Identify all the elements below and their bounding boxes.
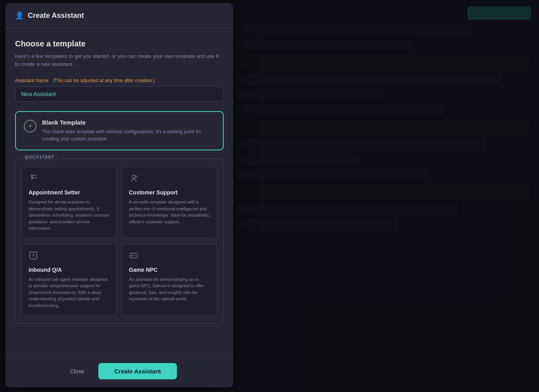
create-assistant-button[interactable]: Create Assistant bbox=[98, 363, 177, 379]
customer-support-title: Customer Support bbox=[129, 189, 210, 196]
inbound-qa-description: An inbound call agent example designed t… bbox=[29, 276, 110, 309]
svg-point-0 bbox=[31, 175, 33, 177]
assistant-name-hint: (This can be adjusted at any time after … bbox=[53, 78, 155, 83]
assistant-name-label-text: Assistant Name bbox=[15, 78, 48, 83]
svg-rect-7 bbox=[130, 253, 138, 258]
assistant-name-input[interactable] bbox=[15, 86, 224, 102]
create-assistant-modal: 👤 Create Assistant Choose a template Her… bbox=[6, 3, 233, 387]
quickstart-card-customer-support[interactable]: Customer Support A versatile template de… bbox=[122, 167, 217, 238]
svg-text:?: ? bbox=[32, 253, 35, 258]
game-npc-title: Game NPC bbox=[129, 267, 210, 273]
close-button[interactable]: Close bbox=[62, 364, 92, 379]
quickstart-card-appointment-setter[interactable]: Appointment Setter Designed for dental p… bbox=[22, 167, 117, 238]
customer-support-description: A versatile template designed with a per… bbox=[129, 199, 210, 225]
appointment-setter-description: Designed for dental practices to demonst… bbox=[29, 199, 110, 232]
customer-support-icon bbox=[129, 173, 210, 185]
svg-point-10 bbox=[135, 255, 136, 256]
svg-point-4 bbox=[132, 175, 135, 178]
game-npc-icon bbox=[129, 251, 210, 263]
inbound-qa-icon: ? bbox=[29, 251, 110, 263]
game-npc-description: An assistant for demonstrating an in-gam… bbox=[129, 276, 210, 302]
inbound-qa-title: Inbound Q/A bbox=[29, 267, 110, 273]
svg-point-2 bbox=[31, 177, 33, 179]
quickstart-grid: Appointment Setter Designed for dental p… bbox=[22, 167, 217, 315]
blank-template-title: Blank Template bbox=[42, 119, 215, 126]
blank-template-card[interactable]: + Blank Template This blank slate templa… bbox=[15, 111, 224, 150]
quickstart-card-inbound-qa[interactable]: ? Inbound Q/A An inbound call agent exam… bbox=[22, 244, 117, 316]
blank-template-content: Blank Template This blank slate template… bbox=[42, 119, 215, 142]
quickstart-label: QUICKSTART bbox=[21, 155, 58, 160]
choose-template-heading: Choose a template bbox=[15, 39, 224, 48]
create-assistant-icon: 👤 bbox=[15, 11, 24, 20]
blank-template-plus-icon: + bbox=[24, 120, 36, 133]
blank-template-description: This blank slate template with minimal c… bbox=[42, 128, 215, 142]
appointment-setter-title: Appointment Setter bbox=[29, 189, 110, 196]
svg-point-11 bbox=[136, 256, 136, 256]
modal-body: Choose a template Here's a few templates… bbox=[6, 28, 233, 355]
modal-header: 👤 Create Assistant bbox=[6, 3, 233, 28]
assistant-name-label: Assistant Name (This can be adjusted at … bbox=[15, 77, 224, 83]
modal-footer: Close Create Assistant bbox=[6, 355, 233, 387]
modal-title: Create Assistant bbox=[28, 12, 84, 20]
quickstart-section: QUICKSTART Appointment Setter Designed f… bbox=[15, 158, 224, 324]
quickstart-card-game-npc[interactable]: Game NPC An assistant for demonstrating … bbox=[122, 244, 217, 316]
choose-template-description: Here's a few templates to get you starte… bbox=[15, 52, 224, 68]
appointment-setter-icon bbox=[29, 173, 110, 185]
